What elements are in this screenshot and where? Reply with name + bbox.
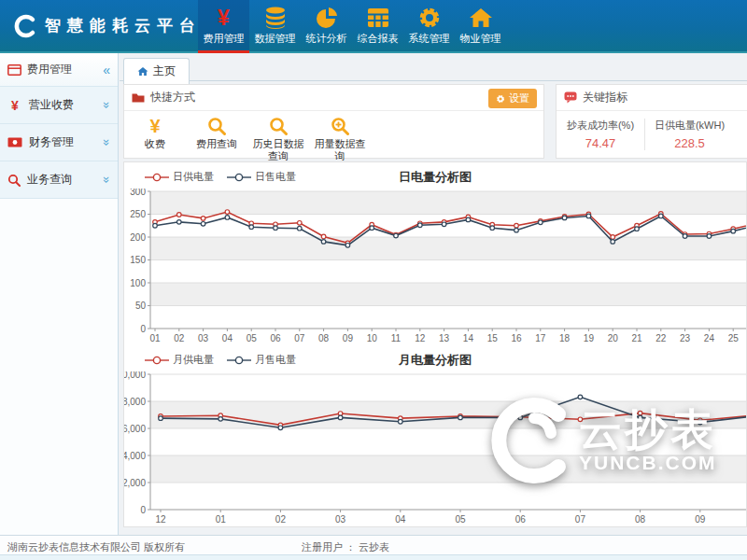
quick-panel-header: 快捷方式 设置 [124,85,543,111]
sidebar: 费用管理 « ¥ 营业收费 » 财务管理 » 业务查询 » [0,53,119,535]
svg-text:21: 21 [631,333,642,343]
svg-text:250: 250 [130,209,146,219]
svg-text:100: 100 [130,278,146,288]
svg-text:13: 13 [439,333,450,343]
daily-electricity-chart: 日供电量日售电量 日电量分析图 050100150200250300010203… [124,162,746,345]
top-panels-row: 快捷方式 设置 ¥ 收费 [123,84,747,159]
quick-items: ¥ 收费 费用查询 [124,111,543,162]
svg-text:22: 22 [655,333,667,343]
app-title: 智慧能耗云平台 [45,15,202,36]
kpi-value: 228.5 [645,136,734,150]
key-indicators-panel: 关键指标 抄表成功率(%) 74.47 日供电量(kWH) 228.5 [556,84,747,159]
svg-text:0: 0 [140,324,146,334]
search-plus-icon [309,116,371,136]
sidebar-title: 费用管理 [27,62,103,77]
card-icon [7,64,21,76]
footer-strip [0,554,747,560]
sidebar-item-business-query[interactable]: 业务查询 » [0,161,118,199]
quick-item-charge[interactable]: ¥ 收费 [124,116,186,162]
daily-chart-plot: 0501001502002503000102030405060708091011… [124,189,746,345]
yen-icon: ¥ [124,116,186,136]
sidebar-item-business-charge[interactable]: ¥ 营业收费 » [0,87,118,124]
quick-access-panel: 快捷方式 设置 ¥ 收费 [123,84,544,159]
svg-text:19: 19 [584,333,595,343]
svg-text:6,000: 6,000 [124,424,146,434]
svg-text:07: 07 [575,514,586,525]
nav-item-fee-management[interactable]: ¥ 费用管理 [198,0,249,51]
kpi-meter-read-success: 抄表成功率(%) 74.47 [557,119,645,150]
svg-text:03: 03 [335,514,346,525]
search-icon [7,174,21,187]
cloud-logo-icon [11,14,37,38]
kpi-metrics: 抄表成功率(%) 74.47 日供电量(kWH) 228.5 [557,111,747,150]
svg-text:18: 18 [559,333,571,343]
svg-text:2,000: 2,000 [124,478,146,488]
quick-panel-title: 快捷方式 [150,90,195,105]
svg-text:10,000: 10,000 [124,371,146,380]
svg-text:20: 20 [608,333,619,343]
quick-item-usage-data-query[interactable]: 用量数据查询 [309,116,371,162]
home-icon [455,0,506,32]
svg-text:01: 01 [149,333,161,343]
svg-text:04: 04 [222,333,233,343]
tab-bar: 主页 [120,53,747,81]
nav-item-reports[interactable]: 综合报表 [352,0,403,51]
chart-title: 日电量分析图 [124,169,746,186]
kpi-panel-title: 关键指标 [583,90,627,105]
svg-text:17: 17 [535,333,546,343]
gear-icon [403,0,455,32]
app-header: 智慧能耗云平台 ¥ 费用管理 数据管理 [0,0,747,53]
chevron-down-icon: » [100,102,114,108]
svg-text:14: 14 [463,333,474,343]
tab-home[interactable]: 主页 [123,58,190,85]
nav-item-statistics[interactable]: 统计分析 [301,0,352,51]
svg-text:05: 05 [247,333,258,343]
quick-item-fee-query[interactable]: 费用查询 [186,116,247,162]
svg-text:12: 12 [415,333,426,343]
svg-text:16: 16 [511,333,522,343]
chevron-down-icon: » [100,139,114,146]
kpi-panel-header: 关键指标 [557,85,747,111]
copyright-text: 湖南云抄表信息技术有限公司 版权所有 [7,540,185,554]
svg-text:06: 06 [270,333,281,343]
charts-panel: 日供电量日售电量 日电量分析图 050100150200250300010203… [123,161,747,527]
database-icon [249,0,301,32]
svg-text:0: 0 [140,505,146,515]
svg-text:24: 24 [704,333,715,343]
sidebar-item-finance[interactable]: 财务管理 » [0,124,118,161]
nav-item-system[interactable]: 系统管理 [403,0,455,51]
svg-text:06: 06 [515,514,527,525]
svg-text:150: 150 [130,255,146,265]
svg-text:03: 03 [198,333,209,343]
svg-text:09: 09 [343,333,354,343]
nav-item-data-management[interactable]: 数据管理 [249,0,301,51]
speech-bubble-icon [564,91,577,104]
svg-text:02: 02 [174,333,185,343]
svg-text:25: 25 [728,333,740,343]
svg-text:12: 12 [155,514,166,525]
app-logo: 智慧能耗云平台 [11,0,202,51]
svg-text:200: 200 [130,232,146,243]
pie-chart-icon [301,0,352,32]
page-content: 快捷方式 设置 ¥ 收费 [123,84,747,535]
nav-item-property[interactable]: 物业管理 [455,0,506,51]
svg-text:02: 02 [275,514,287,525]
svg-text:23: 23 [680,333,691,343]
svg-text:05: 05 [455,514,466,525]
home-icon [137,66,148,77]
sidebar-header: 费用管理 « [0,53,118,87]
yen-icon: ¥ [7,98,22,113]
svg-text:300: 300 [130,189,146,197]
chevron-down-icon: » [100,176,114,183]
svg-text:04: 04 [395,514,406,525]
collapse-sidebar-icon[interactable]: « [103,63,110,77]
quick-item-history-daily-query[interactable]: 历史日数据查询 [247,116,309,162]
registered-user-text: 注册用户 ： 云抄表 [302,540,389,554]
svg-text:08: 08 [635,514,646,525]
svg-text:07: 07 [294,333,305,343]
kpi-daily-supply: 日供电量(kWH) 228.5 [645,119,734,150]
settings-button[interactable]: 设置 [488,89,537,108]
svg-text:10: 10 [367,333,378,343]
kpi-value: 74.47 [557,136,644,150]
chart-title: 月电量分析图 [124,352,746,369]
